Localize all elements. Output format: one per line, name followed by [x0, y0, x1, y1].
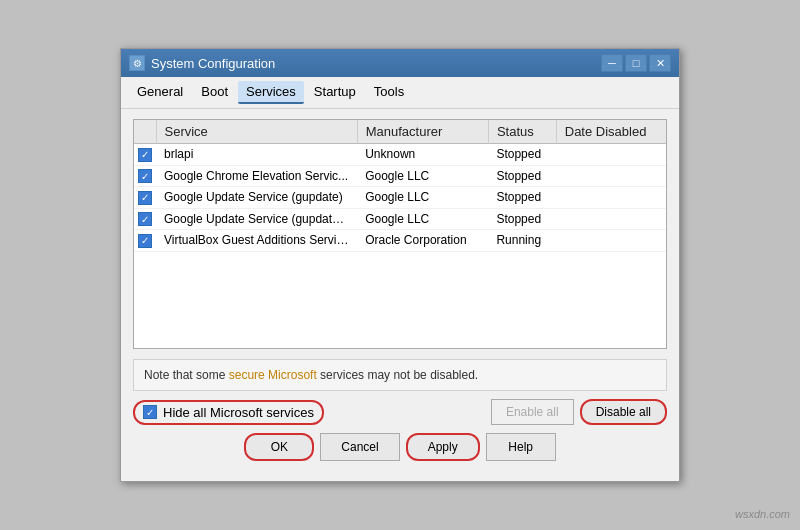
row-status: Running — [488, 230, 556, 252]
menu-item-startup[interactable]: Startup — [306, 81, 364, 104]
note-text-before: Note that some — [144, 368, 229, 382]
hide-microsoft-checkbox[interactable]: ✓ — [143, 405, 157, 419]
row-date-disabled — [556, 187, 666, 209]
close-button[interactable]: ✕ — [649, 54, 671, 72]
window-icon-glyph: ⚙ — [133, 58, 142, 69]
row-checkbox-cell[interactable]: ✓ — [134, 144, 156, 166]
row-manufacturer: Google LLC — [357, 187, 488, 209]
hide-microsoft-services-area: ✓ Hide all Microsoft services — [133, 400, 324, 425]
row-status: Stopped — [488, 187, 556, 209]
system-configuration-window: ⚙ System Configuration ─ □ ✕ General Boo… — [120, 48, 680, 482]
apply-button[interactable]: Apply — [406, 433, 480, 461]
row-service-name: Google Update Service (gupdate) — [156, 187, 357, 209]
row-checkbox[interactable]: ✓ — [138, 191, 152, 205]
table-row: ✓Google Update Service (gupdatem)Google … — [134, 208, 666, 230]
enable-disable-buttons: Enable all Disable all — [491, 399, 667, 425]
menu-bar: General Boot Services Startup Tools — [121, 77, 679, 109]
menu-item-tools[interactable]: Tools — [366, 81, 412, 104]
row-checkbox[interactable]: ✓ — [138, 212, 152, 226]
bottom-section: ✓ Hide all Microsoft services Enable all… — [133, 399, 667, 425]
row-date-disabled — [556, 230, 666, 252]
window-title: System Configuration — [151, 56, 275, 71]
window-body: Service Manufacturer Status Date Disable… — [121, 109, 679, 481]
note-area: Note that some secure Microsoft services… — [133, 359, 667, 391]
row-manufacturer: Oracle Corporation — [357, 230, 488, 252]
table-row: ✓VirtualBox Guest Additions ServiceOracl… — [134, 230, 666, 252]
table-header-row: Service Manufacturer Status Date Disable… — [134, 120, 666, 144]
watermark: wsxdn.com — [735, 508, 790, 520]
help-button[interactable]: Help — [486, 433, 556, 461]
hide-microsoft-label: Hide all Microsoft services — [163, 405, 314, 420]
row-status: Stopped — [488, 208, 556, 230]
row-checkbox[interactable]: ✓ — [138, 169, 152, 183]
col-date-disabled: Date Disabled — [556, 120, 666, 144]
row-manufacturer: Google LLC — [357, 208, 488, 230]
dialog-buttons: OK Cancel Apply Help — [133, 433, 667, 471]
col-status: Status — [488, 120, 556, 144]
row-checkbox[interactable]: ✓ — [138, 148, 152, 162]
ok-button[interactable]: OK — [244, 433, 314, 461]
col-manufacturer: Manufacturer — [357, 120, 488, 144]
row-status: Stopped — [488, 144, 556, 166]
minimize-button[interactable]: ─ — [601, 54, 623, 72]
row-checkbox[interactable]: ✓ — [138, 234, 152, 248]
services-table-container[interactable]: Service Manufacturer Status Date Disable… — [133, 119, 667, 349]
services-table: Service Manufacturer Status Date Disable… — [134, 120, 666, 252]
table-row: ✓Google Update Service (gupdate)Google L… — [134, 187, 666, 209]
row-checkbox-cell[interactable]: ✓ — [134, 187, 156, 209]
table-row: ✓Google Chrome Elevation Servic...Google… — [134, 165, 666, 187]
table-row: ✓brlapiUnknownStopped — [134, 144, 666, 166]
cancel-button[interactable]: Cancel — [320, 433, 399, 461]
row-checkbox-cell[interactable]: ✓ — [134, 230, 156, 252]
row-service-name: Google Chrome Elevation Servic... — [156, 165, 357, 187]
note-link[interactable]: secure Microsoft — [229, 368, 317, 382]
menu-item-boot[interactable]: Boot — [193, 81, 236, 104]
row-manufacturer: Unknown — [357, 144, 488, 166]
row-manufacturer: Google LLC — [357, 165, 488, 187]
menu-item-services[interactable]: Services — [238, 81, 304, 104]
row-status: Stopped — [488, 165, 556, 187]
disable-all-button[interactable]: Disable all — [580, 399, 667, 425]
row-date-disabled — [556, 144, 666, 166]
row-date-disabled — [556, 165, 666, 187]
title-bar-left: ⚙ System Configuration — [129, 55, 275, 71]
row-checkbox-cell[interactable]: ✓ — [134, 165, 156, 187]
menu-item-general[interactable]: General — [129, 81, 191, 104]
row-service-name: Google Update Service (gupdatem) — [156, 208, 357, 230]
maximize-button[interactable]: □ — [625, 54, 647, 72]
row-service-name: brlapi — [156, 144, 357, 166]
col-checkbox — [134, 120, 156, 144]
title-buttons: ─ □ ✕ — [601, 54, 671, 72]
window-icon: ⚙ — [129, 55, 145, 71]
title-bar: ⚙ System Configuration ─ □ ✕ — [121, 49, 679, 77]
row-checkbox-cell[interactable]: ✓ — [134, 208, 156, 230]
note-text-after: services may not be disabled. — [317, 368, 478, 382]
col-service: Service — [156, 120, 357, 144]
row-service-name: VirtualBox Guest Additions Service — [156, 230, 357, 252]
enable-all-button[interactable]: Enable all — [491, 399, 574, 425]
row-date-disabled — [556, 208, 666, 230]
